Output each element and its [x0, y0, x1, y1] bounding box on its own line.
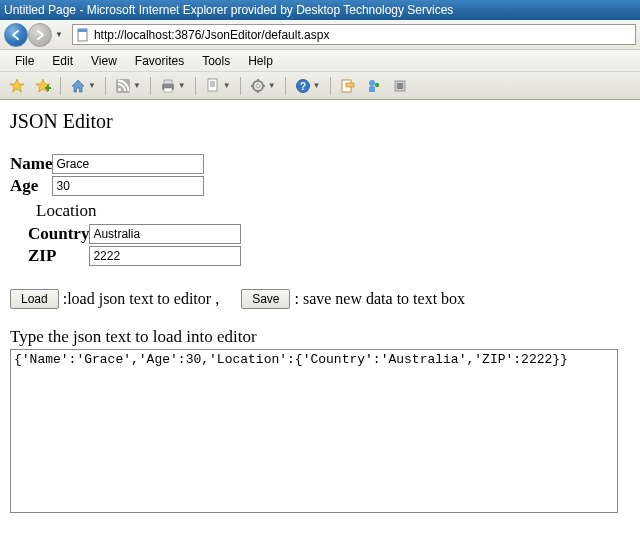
svg-rect-3 — [47, 85, 49, 91]
svg-rect-8 — [164, 88, 172, 92]
toolbar-separator — [105, 77, 106, 95]
country-label: Country — [28, 223, 89, 245]
menubar: File Edit View Favorites Tools Help — [0, 50, 640, 72]
toolbar-separator — [150, 77, 151, 95]
page-title: JSON Editor — [10, 110, 630, 133]
home-icon[interactable]: ▼ — [67, 75, 99, 97]
menu-edit[interactable]: Edit — [43, 51, 82, 71]
chevron-down-icon: ▼ — [221, 81, 231, 90]
chevron-down-icon: ▼ — [311, 81, 321, 90]
favorites-star-icon[interactable] — [6, 75, 28, 97]
menu-file[interactable]: File — [6, 51, 43, 71]
form-table: Name Age — [10, 153, 204, 197]
toolbar-separator — [330, 77, 331, 95]
name-label: Name — [10, 153, 52, 175]
menu-tools[interactable]: Tools — [193, 51, 239, 71]
zip-label: ZIP — [28, 245, 89, 267]
zip-input[interactable] — [89, 246, 241, 266]
toolbar-separator — [60, 77, 61, 95]
chevron-down-icon: ▼ — [131, 81, 141, 90]
age-label: Age — [10, 175, 52, 197]
svg-point-24 — [374, 82, 378, 86]
tools-gear-icon[interactable]: ▼ — [247, 75, 279, 97]
page-icon — [76, 28, 90, 42]
age-input[interactable] — [52, 176, 204, 196]
name-input[interactable] — [52, 154, 204, 174]
save-button[interactable]: Save — [241, 289, 290, 309]
load-button[interactable]: Load — [10, 289, 59, 309]
window-title: Untitled Page - Microsoft Internet Explo… — [4, 3, 453, 17]
load-desc: :load json text to editor , — [63, 290, 219, 308]
address-url: http://localhost:3876/JsonEditor/default… — [94, 28, 632, 42]
page-menu-icon[interactable]: ▼ — [202, 75, 234, 97]
textarea-label: Type the json text to load into editor — [10, 327, 630, 347]
toolbar-separator — [240, 77, 241, 95]
forward-button[interactable] — [28, 23, 52, 47]
svg-point-23 — [369, 80, 375, 86]
svg-point-14 — [256, 84, 260, 88]
toolbar-separator — [195, 77, 196, 95]
extra-icon[interactable] — [389, 75, 411, 97]
country-input[interactable] — [89, 224, 241, 244]
messenger-icon[interactable] — [363, 75, 385, 97]
nav-history-dropdown[interactable]: ▼ — [52, 30, 66, 39]
svg-rect-1 — [78, 29, 87, 32]
save-desc: : save new data to text box — [294, 290, 465, 308]
svg-rect-9 — [208, 79, 217, 91]
svg-rect-26 — [397, 83, 403, 89]
help-icon[interactable]: ? ▼ — [292, 75, 324, 97]
print-icon[interactable]: ▼ — [157, 75, 189, 97]
menu-help[interactable]: Help — [239, 51, 282, 71]
svg-rect-7 — [164, 80, 172, 84]
address-bar[interactable]: http://localhost:3876/JsonEditor/default… — [72, 24, 636, 45]
window-titlebar: Untitled Page - Microsoft Internet Explo… — [0, 0, 640, 20]
chevron-down-icon: ▼ — [176, 81, 186, 90]
chevron-down-icon: ▼ — [266, 81, 276, 90]
menu-favorites[interactable]: Favorites — [126, 51, 193, 71]
back-button[interactable] — [4, 23, 28, 47]
add-favorites-icon[interactable] — [32, 75, 54, 97]
feeds-icon[interactable]: ▼ — [112, 75, 144, 97]
location-heading: Location — [10, 197, 630, 223]
chevron-down-icon: ▼ — [86, 81, 96, 90]
research-icon[interactable] — [337, 75, 359, 97]
toolbar-separator — [285, 77, 286, 95]
svg-text:?: ? — [300, 81, 306, 92]
svg-rect-22 — [346, 83, 354, 87]
menu-view[interactable]: View — [82, 51, 126, 71]
nav-toolbar: ▼ http://localhost:3876/JsonEditor/defau… — [0, 20, 640, 50]
json-textarea[interactable] — [10, 349, 618, 513]
page-content: JSON Editor Name Age Location Country ZI… — [0, 100, 640, 527]
button-row: Load :load json text to editor , Save : … — [10, 289, 630, 309]
location-table: Country ZIP — [28, 223, 241, 267]
svg-point-5 — [118, 88, 121, 91]
toolbar: ▼ ▼ ▼ ▼ ▼ ? ▼ — [0, 72, 640, 100]
